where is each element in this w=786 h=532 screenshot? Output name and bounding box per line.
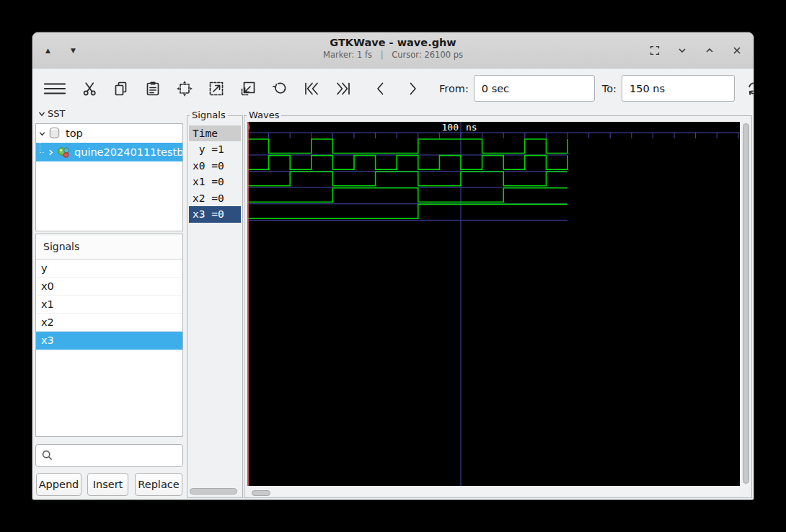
tree-item-testbench[interactable]: quine20240111testbench	[36, 143, 182, 161]
wave-signal-row-x1[interactable]: x1 =0	[189, 174, 241, 190]
marker-status: Marker: 1 fs	[323, 50, 372, 60]
cut-icon[interactable]	[80, 79, 99, 98]
to-input[interactable]	[622, 75, 735, 102]
append-button[interactable]: Append	[36, 473, 81, 496]
tree-item-label: top	[66, 128, 83, 139]
scrollbar-thumb[interactable]	[743, 123, 749, 484]
go-to-start-icon[interactable]	[302, 79, 321, 98]
zoom-out-icon[interactable]	[239, 79, 257, 98]
tree-item-top[interactable]: top	[36, 124, 182, 143]
from-label: From:	[439, 83, 469, 94]
sst-label: SST	[48, 108, 65, 119]
to-label: To:	[602, 83, 617, 94]
search-box	[35, 444, 183, 467]
replace-button[interactable]: Replace	[135, 473, 182, 496]
list-item-y[interactable]: y	[36, 260, 182, 278]
gtkwave-window: ▲ ▼ GTKWave - wave.ghw Marker: 1 fs | Cu…	[32, 32, 754, 500]
insert-button[interactable]: Insert	[87, 473, 128, 496]
zoom-in-icon[interactable]	[207, 79, 226, 98]
copy-icon[interactable]	[112, 79, 131, 98]
waves-frame: Waves 0100ns	[244, 115, 752, 498]
list-item-x0[interactable]: x0	[36, 278, 182, 296]
step-back-icon[interactable]	[371, 79, 390, 98]
status-separator: |	[381, 50, 384, 60]
titlebar[interactable]: ▲ ▼ GTKWave - wave.ghw Marker: 1 fs | Cu…	[32, 32, 754, 68]
fullscreen-icon[interactable]	[647, 43, 663, 58]
signal-picker-panel: Signals y x0 x1 x2 x3	[35, 234, 183, 437]
wave-signal-row-x3[interactable]: x3 =0	[189, 206, 241, 223]
tree-connector	[36, 143, 45, 161]
toolbar: From: To:	[32, 69, 754, 107]
signal-picker-header: Signals	[36, 234, 182, 260]
list-item-x2[interactable]: x2	[36, 314, 182, 332]
signals-frame: Signals Time y =1 x0 =0 x1 =0 x2 =0 x3 =…	[187, 115, 243, 498]
svg-text:100: 100	[442, 122, 459, 133]
waveform-canvas[interactable]: 0100ns	[247, 122, 740, 486]
sst-tree-panel: top quine20240111testbench	[35, 123, 183, 231]
package-icon	[56, 145, 71, 159]
status-line: Marker: 1 fs | Cursor: 26100 ps	[32, 50, 754, 60]
paste-icon[interactable]	[143, 79, 162, 98]
go-to-end-icon[interactable]	[334, 79, 353, 98]
signals-frame-label: Signals	[190, 110, 228, 120]
maximize-icon[interactable]	[702, 43, 717, 58]
list-item-x1[interactable]: x1	[36, 296, 182, 314]
close-icon[interactable]	[729, 43, 745, 58]
window-title: GTKWave - wave.ghw	[32, 37, 754, 48]
reload-icon[interactable]	[745, 79, 754, 98]
zoom-fit-icon[interactable]	[175, 79, 194, 98]
tree-item-label: quine20240111testbench	[74, 146, 182, 158]
wave-signal-list: Time y =1 x0 =0 x1 =0 x2 =0 x3 =0	[189, 125, 241, 223]
wave-signal-row-y[interactable]: y =1	[189, 141, 241, 158]
from-input[interactable]	[474, 75, 595, 102]
step-forward-icon[interactable]	[403, 79, 422, 98]
menu-icon[interactable]	[43, 79, 67, 98]
search-icon	[41, 449, 53, 464]
waves-hscrollbar[interactable]	[247, 489, 740, 497]
time-header[interactable]: Time	[189, 125, 241, 141]
svg-text:ns: ns	[466, 122, 477, 133]
wave-signal-row-x0[interactable]: x0 =0	[189, 158, 241, 174]
scrollbar-thumb[interactable]	[190, 488, 237, 495]
list-item-x3[interactable]: x3	[36, 332, 182, 350]
sst-expander[interactable]: SST	[37, 108, 65, 119]
signal-list-hscrollbar[interactable]	[189, 487, 241, 495]
desktop-background: ▲ ▼ GTKWave - wave.ghw Marker: 1 fs | Cu…	[0, 0, 786, 532]
waves-vscrollbar[interactable]	[742, 122, 750, 486]
cylinder-icon	[48, 126, 63, 141]
chevron-down-icon	[37, 110, 46, 118]
chevron-right-icon[interactable]	[45, 148, 56, 156]
chevron-down-icon[interactable]	[36, 130, 48, 138]
waves-frame-label: Waves	[247, 110, 281, 120]
search-input[interactable]	[35, 444, 183, 467]
cursor-status: Cursor: 26100 ps	[392, 50, 463, 60]
wave-signal-row-x2[interactable]: x2 =0	[189, 190, 241, 207]
scrollbar-thumb[interactable]	[252, 490, 270, 496]
undo-icon[interactable]	[270, 79, 289, 98]
minimize-icon[interactable]	[674, 43, 690, 58]
waveform-plot[interactable]: 0100ns	[247, 122, 740, 486]
